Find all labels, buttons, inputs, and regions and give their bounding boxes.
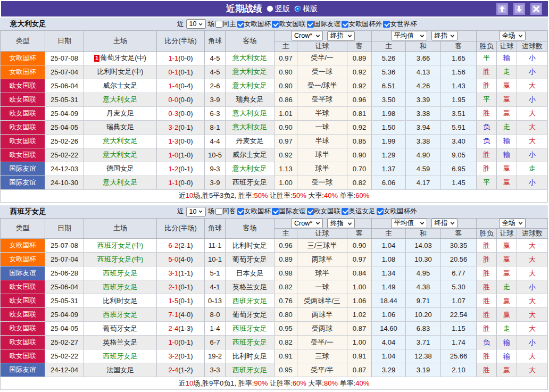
sub-col-header[interactable]: 和 [406, 229, 441, 239]
match-row[interactable]: 欧女国联 25-04-05 葡萄牙女足 2-4(1-3) 1-4 西班牙女足 0… [1, 322, 548, 336]
col-header[interactable]: 比分(半场) [157, 31, 205, 52]
match-row[interactable]: 女欧国杯 25-07-08 1葡萄牙女足(中) 1-1(0-0) 4-5 意大利… [1, 51, 548, 65]
col-header[interactable]: 日期 [45, 31, 84, 52]
odds-time-select-2[interactable]: 终指 [431, 31, 457, 40]
close-button[interactable] [530, 3, 542, 15]
col-header[interactable]: 主场 [84, 31, 157, 52]
checkbox-unchecked-icon[interactable] [215, 21, 222, 28]
col-header[interactable]: 类型 [1, 218, 45, 239]
home-team-cell[interactable]: 丹麦女足 [84, 106, 157, 120]
sub-col-header[interactable]: 让球 [297, 41, 347, 51]
home-team-cell[interactable]: 威尔士女足 [84, 79, 157, 93]
league-filter[interactable]: 欧女国联 [272, 20, 306, 29]
sub-col-header[interactable]: 胜负 [477, 41, 497, 51]
away-team-cell[interactable]: 葡萄牙女足 [226, 253, 274, 266]
home-team-cell[interactable]: 西班牙女足(中) [84, 253, 157, 266]
match-row[interactable]: 女欧国杯 25-07-08 西班牙女足(中) 6-2(2-1) 11-1 比利时… [1, 239, 548, 253]
match-row[interactable]: 欧女国联 25-06-04 西班牙女足 2-1(0-1) 4-1 英格兰女足 0… [1, 280, 548, 294]
home-team-cell[interactable]: 英格兰女足 [84, 336, 157, 349]
away-team-cell[interactable]: 西班牙女足 [226, 294, 274, 308]
away-team-cell[interactable]: 西班牙女足 [226, 176, 274, 189]
odds-time-select-2[interactable]: 终指 [431, 219, 457, 228]
bookmaker-select[interactable]: Crow* [291, 219, 323, 228]
checkbox-checked-icon[interactable] [307, 208, 314, 215]
col-header[interactable]: 客场 [226, 31, 274, 52]
home-team-cell[interactable]: 意大利女足 [84, 93, 157, 106]
radio-horizontal-icon[interactable] [294, 5, 301, 12]
checkbox-checked-icon[interactable] [272, 21, 279, 28]
move-down-button[interactable] [513, 3, 525, 15]
league-filter[interactable]: 女欧国杯外 [342, 20, 382, 29]
away-team-cell[interactable]: 比利时女足 [226, 239, 274, 253]
checkbox-checked-icon[interactable] [272, 208, 279, 215]
layout-horizontal-option[interactable]: 横版 [294, 4, 318, 14]
odds-time-select[interactable]: 终指 [327, 219, 355, 228]
sub-col-header[interactable]: 主 [274, 229, 297, 239]
match-row[interactable]: 女欧国杯 25-07-04 比利时女足(中) 0-1(0-1) 4-5 意大利女… [1, 65, 548, 79]
sub-col-header[interactable]: 客 [441, 41, 477, 51]
average-select[interactable]: 平均值 [391, 219, 427, 228]
radio-vertical-icon[interactable] [267, 5, 273, 12]
home-team-cell[interactable]: 比利时女足 [84, 294, 157, 308]
sub-col-header[interactable]: 客 [441, 229, 477, 239]
league-filter[interactable]: 国际友谊 [272, 207, 306, 216]
home-team-cell[interactable]: 西班牙女足 [84, 266, 157, 280]
match-row[interactable]: 国际友谊 24-10-30 意大利女足 1-1(0-0) 3-9 西班牙女足 1… [1, 176, 548, 189]
away-team-cell[interactable]: 意大利女足 [226, 79, 274, 93]
sub-col-header[interactable]: 让球 [297, 229, 347, 239]
match-row[interactable]: 欧女国联 25-02-22 意大利女足 1-0(1-0) 10-5 威尔士女足 … [1, 148, 548, 162]
match-row[interactable]: 欧女国联 25-04-05 瑞典女足 3-2(0-1) 8-1 意大利女足 0.… [1, 120, 548, 134]
league-filter[interactable]: 国际友谊 [307, 20, 341, 29]
home-team-cell[interactable]: 意大利女足 [84, 176, 157, 189]
league-filter[interactable]: 女欧国杯外 [377, 207, 417, 216]
away-team-cell[interactable]: 意大利女足 [226, 120, 274, 134]
match-row[interactable]: 欧女国联 25-04-09 西班牙女足 7-1(4-0) 8-0 葡萄牙女足 0… [1, 308, 548, 322]
checkbox-checked-icon[interactable] [342, 21, 348, 28]
recent-count-select[interactable]: 10 [186, 19, 206, 29]
sub-col-header[interactable]: 主 [372, 41, 406, 51]
sub-col-header[interactable]: 让球 [497, 41, 517, 51]
home-team-cell[interactable]: 法国女足 [84, 363, 157, 377]
match-row[interactable]: 国际友谊 25-06-28 西班牙女足 3-1(1-1) 5-1 日本女足 0.… [1, 266, 548, 280]
move-up-button[interactable] [496, 3, 508, 15]
checkbox-checked-icon[interactable] [307, 21, 314, 28]
away-team-cell[interactable]: 西班牙女足 [226, 322, 274, 336]
away-team-cell[interactable]: 比利时女足 [226, 349, 274, 363]
away-team-cell[interactable]: 日本女足 [226, 266, 274, 280]
sub-col-header[interactable]: 客 [347, 229, 372, 239]
league-filter[interactable]: 女欧国杯 [237, 20, 271, 29]
match-row[interactable]: 欧女国联 25-06-04 威尔士女足 1-4(0-4) 2-6 意大利女足 0… [1, 79, 548, 93]
home-team-cell[interactable]: 比利时女足(中) [84, 65, 157, 79]
league-filter[interactable]: 欧女国联 [307, 207, 341, 216]
home-team-cell[interactable]: 1葡萄牙女足(中) [84, 51, 157, 65]
checkbox-checked-icon[interactable] [342, 208, 348, 215]
sub-col-header[interactable]: 胜负 [477, 229, 497, 239]
sub-col-header[interactable]: 主 [372, 229, 406, 239]
bookmaker-select[interactable]: Crow* [291, 31, 323, 40]
league-filter[interactable]: 女世界杯 [383, 20, 417, 29]
away-team-cell[interactable]: 英格兰女足 [226, 280, 274, 294]
away-team-cell[interactable]: 威尔士女足 [226, 148, 274, 162]
period-select[interactable]: 全场 [499, 219, 526, 228]
col-header[interactable]: 主场 [84, 218, 157, 239]
col-header[interactable]: 类型 [1, 31, 45, 52]
home-team-cell[interactable]: 瑞典女足 [84, 120, 157, 134]
match-row[interactable]: 欧女国联 25-02-22 西班牙女足 3-2(0-1) 19-2 比利时女足 … [1, 349, 548, 363]
league-filter[interactable]: 奥运女足 [342, 207, 376, 216]
sub-col-header[interactable]: 让球 [497, 229, 517, 239]
checkbox-checked-icon[interactable] [237, 208, 244, 215]
home-team-cell[interactable]: 西班牙女足 [84, 280, 157, 294]
average-select[interactable]: 平均值 [391, 31, 427, 40]
checkbox-checked-icon[interactable] [237, 21, 244, 28]
sub-col-header[interactable]: 和 [406, 41, 441, 51]
recent-count-select[interactable]: 10 [186, 207, 206, 216]
checkbox-checked-icon[interactable] [377, 208, 384, 215]
checkbox-checked-icon[interactable] [383, 21, 390, 28]
home-team-cell[interactable]: 西班牙女足 [84, 349, 157, 363]
away-team-cell[interactable]: 西班牙女足 [226, 363, 274, 377]
checkbox-unchecked-icon[interactable] [215, 208, 222, 215]
col-header[interactable]: 日期 [45, 218, 84, 239]
col-header[interactable]: 角球 [205, 218, 226, 239]
same-venue-filter[interactable]: 同客 [215, 207, 236, 216]
league-filter[interactable]: 女欧国杯 [237, 207, 271, 216]
